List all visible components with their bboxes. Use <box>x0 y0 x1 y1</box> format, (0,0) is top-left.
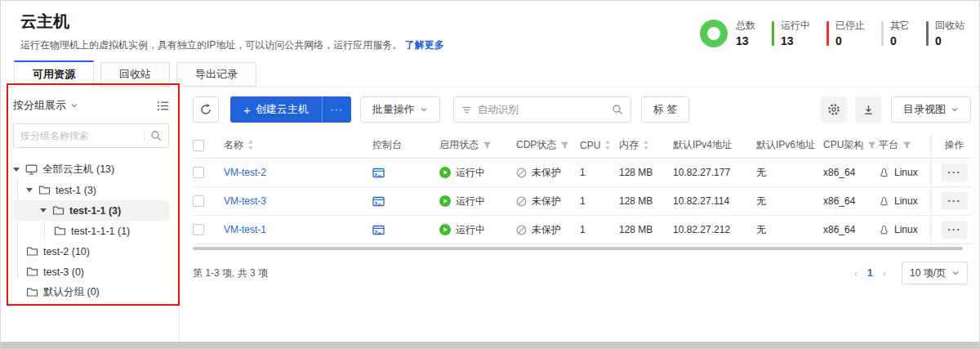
stat-stopped: 已停止 0 <box>826 19 865 47</box>
filter-icon[interactable] <box>483 141 492 150</box>
select-all-checkbox[interactable] <box>193 140 204 151</box>
create-vm-button[interactable]: + 创建云主机 <box>230 96 322 123</box>
table-header-row: 名称 控制台 启用状态 CDP状态 CPU <box>193 132 971 159</box>
vm-stats: 总数 13 运行中 13 已停止 0 <box>684 14 964 52</box>
page-header: 云主机 运行在物理机上的虚拟机实例，具有独立的IP地址，可以访问公共网络，运行应… <box>1 1 979 52</box>
recycle-bar-icon <box>926 21 929 46</box>
toolbar: + 创建云主机 ··· 批量操作 <box>193 96 971 123</box>
tree-item-all-vms[interactable]: 全部云主机 (13) <box>13 159 169 180</box>
group-tree: 全部云主机 (13) test-1 (3) test-1-1 (3) <box>13 159 169 302</box>
tree-item-test-2[interactable]: test-2 (10) <box>13 241 169 262</box>
folder-icon <box>26 245 38 257</box>
stopped-bar-icon <box>826 21 829 46</box>
refresh-icon <box>199 103 212 116</box>
row-checkbox[interactable] <box>193 167 204 178</box>
tree-item-test-3[interactable]: test-3 (0) <box>13 262 169 282</box>
chevron-down-icon <box>70 101 78 110</box>
settings-button[interactable] <box>821 96 847 123</box>
host-icon <box>25 163 38 176</box>
search-icon[interactable] <box>612 104 623 115</box>
tab-recycle-bin[interactable]: 回收站 <box>100 62 170 87</box>
caret-down-icon[interactable] <box>13 168 20 172</box>
tree-item-test-1-1-1[interactable]: test-1-1-1 (1) <box>13 221 169 241</box>
table-row: VM-test-3 运行中 <box>193 187 971 216</box>
row-actions-button[interactable]: ··· <box>942 163 968 181</box>
running-status-icon <box>439 167 451 178</box>
group-display-dropdown[interactable]: 按分组展示 <box>13 98 169 113</box>
folder-icon <box>52 204 65 217</box>
page-size-select[interactable]: 10 项/页 <box>902 262 968 284</box>
vm-name-link[interactable]: VM-test-2 <box>224 167 266 178</box>
chevron-down-icon <box>951 105 959 114</box>
table-row: VM-test-2 运行中 <box>193 159 971 187</box>
filter-icon[interactable] <box>867 141 876 150</box>
unprotected-icon <box>516 225 527 235</box>
row-actions-button[interactable]: ··· <box>942 192 968 210</box>
vm-list-panel: + 创建云主机 ··· 批量操作 <box>180 87 979 342</box>
stat-other: 其它 0 <box>881 19 910 47</box>
other-bar-icon <box>881 21 884 46</box>
batch-actions-button[interactable]: 批量操作 <box>360 96 440 123</box>
console-icon[interactable] <box>372 224 385 236</box>
filter-icon[interactable] <box>560 141 569 150</box>
horizontal-scrollbar[interactable] <box>193 247 963 250</box>
plus-icon: + <box>243 103 251 117</box>
folder-icon <box>26 266 38 278</box>
refresh-button[interactable] <box>193 96 219 123</box>
gear-icon <box>827 103 840 116</box>
learn-more-link[interactable]: 了解更多 <box>405 39 444 51</box>
download-icon <box>862 104 875 116</box>
window-bottom-bar <box>1 342 979 348</box>
view-mode-select[interactable]: 目录视图 <box>891 96 971 123</box>
vm-table: 名称 控制台 启用状态 CDP状态 CPU <box>193 132 971 244</box>
tree-item-test-1[interactable]: test-1 (3) <box>13 180 169 200</box>
pagination-summary: 第 1-3 项, 共 3 项 <box>193 266 268 280</box>
tag-button[interactable]: 标 签 <box>641 96 690 123</box>
tab-available-resources[interactable]: 可用资源 <box>14 60 94 87</box>
chevron-down-icon <box>951 269 960 277</box>
tab-export-records[interactable]: 导出记录 <box>176 62 256 87</box>
tab-bar: 可用资源 回收站 导出记录 <box>1 60 979 87</box>
page-number[interactable]: 1 <box>863 267 877 279</box>
tree-item-test-1-1[interactable]: test-1-1 (3) <box>13 200 169 221</box>
cloud-vm-page: 云主机 运行在物理机上的虚拟机实例，具有独立的IP地址，可以访问公共网络，运行应… <box>0 0 980 349</box>
caret-down-icon[interactable] <box>40 208 47 213</box>
list-view-icon[interactable] <box>157 100 169 112</box>
row-checkbox[interactable] <box>193 195 204 207</box>
filter-icon[interactable] <box>902 141 911 150</box>
sort-icon[interactable] <box>643 140 649 150</box>
next-page-button[interactable]: › <box>877 267 892 280</box>
create-more-button[interactable]: ··· <box>322 96 351 123</box>
unprotected-icon <box>516 168 527 178</box>
group-search-input[interactable] <box>20 130 140 141</box>
prev-page-button[interactable]: ‹ <box>849 267 863 280</box>
tree-item-default-group[interactable]: 默认分组 (0) <box>13 282 169 302</box>
folder-icon <box>26 286 38 298</box>
total-donut-icon <box>700 20 728 47</box>
vm-search-input[interactable] <box>478 104 612 115</box>
linux-icon <box>879 196 889 207</box>
table-footer: 第 1-3 项, 共 3 项 ‹ 1 › 10 项/页 <box>193 262 971 284</box>
chevron-down-icon <box>420 105 428 114</box>
row-actions-button[interactable]: ··· <box>942 221 968 239</box>
running-status-icon <box>439 195 451 207</box>
sort-icon[interactable] <box>247 140 254 150</box>
running-bar-icon <box>772 21 774 46</box>
group-search-box <box>13 123 169 148</box>
vm-name-link[interactable]: VM-test-3 <box>224 195 266 207</box>
vm-name-link[interactable]: VM-test-1 <box>224 224 266 235</box>
page-subtitle: 运行在物理机上的虚拟机实例，具有独立的IP地址，可以访问公共网络，运行应用服务。… <box>20 38 444 52</box>
search-icon[interactable] <box>150 130 162 141</box>
vm-search-box <box>453 96 631 123</box>
caret-down-icon[interactable] <box>26 188 33 192</box>
export-button[interactable] <box>855 96 881 123</box>
filter-lines-icon <box>461 105 472 115</box>
row-checkbox[interactable] <box>193 224 204 235</box>
linux-icon <box>879 225 889 235</box>
sort-icon[interactable] <box>604 140 611 150</box>
console-icon[interactable] <box>372 195 385 208</box>
console-icon[interactable] <box>372 167 385 179</box>
pagination: ‹ 1 › 10 项/页 <box>849 262 968 284</box>
page-title: 云主机 <box>20 11 444 33</box>
unprotected-icon <box>516 196 527 207</box>
